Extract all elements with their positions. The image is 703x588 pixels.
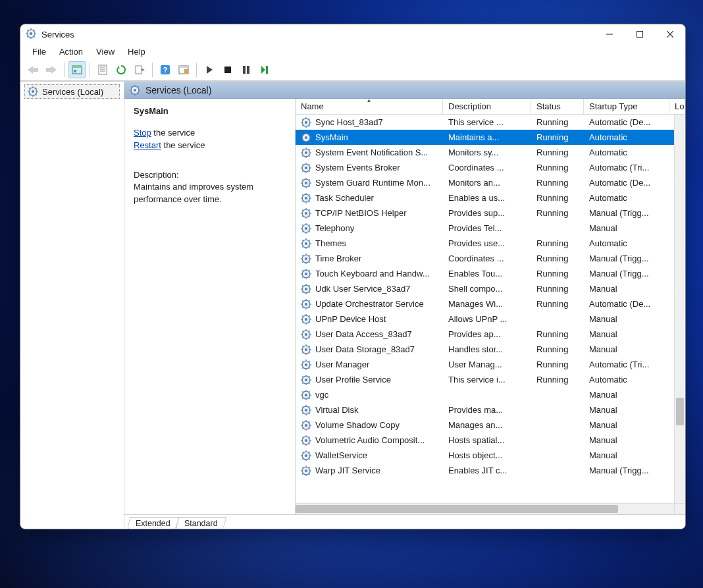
properties-button[interactable]: [94, 61, 111, 78]
service-row[interactable]: Volume Shadow CopyManages an...ManualLoc: [296, 417, 685, 433]
tab-extended[interactable]: Extended: [127, 517, 180, 529]
service-row[interactable]: Udk User Service_83ad7Shell compo...Runn…: [296, 281, 685, 296]
service-startup-cell: Automatic: [584, 375, 669, 385]
service-desc-cell: Coordinates ...: [443, 163, 531, 173]
vertical-scrollbar[interactable]: [674, 115, 685, 503]
col-description[interactable]: Description: [443, 99, 531, 114]
start-service-button[interactable]: [201, 61, 218, 78]
tab-standard[interactable]: Standard: [175, 517, 226, 529]
pause-service-button[interactable]: [238, 61, 255, 78]
service-row[interactable]: SysMainMaintains a...RunningAutomaticLoc: [296, 130, 685, 145]
service-row[interactable]: UPnP Device HostAllows UPnP ...ManualLoc: [296, 311, 685, 327]
svg-marker-35: [261, 66, 265, 74]
service-row[interactable]: Task SchedulerEnables a us...RunningAuto…: [296, 190, 685, 205]
service-desc-cell: Hosts object...: [443, 450, 531, 460]
help-toolbar-button[interactable]: ?: [157, 61, 174, 78]
restart-service-text: the service: [161, 140, 205, 150]
service-row[interactable]: vgcManualLoc: [296, 387, 685, 402]
tree-root-item[interactable]: Services (Local): [24, 84, 120, 99]
service-row[interactable]: Sync Host_83ad7This service ...RunningAu…: [296, 115, 685, 130]
service-startup-cell: Manual (Trigg...: [584, 208, 669, 218]
service-status-cell: Running: [531, 329, 584, 339]
service-startup-cell: Manual (Trigg...: [584, 466, 669, 475]
restart-service-link[interactable]: Restart: [134, 140, 161, 150]
maximize-icon: [637, 31, 643, 38]
service-startup-cell: Automatic: [584, 238, 669, 248]
svg-rect-36: [266, 66, 268, 74]
service-desc-cell: Provides use...: [443, 238, 531, 248]
service-status-cell: Running: [531, 299, 584, 309]
menu-file[interactable]: File: [27, 45, 51, 58]
client-area: Services (Local) Services (Local) SysMai…: [20, 81, 685, 529]
window-title: Services: [41, 30, 74, 40]
service-row[interactable]: User Data Access_83ad7Provides ap...Runn…: [296, 327, 685, 342]
service-desc-cell: Enables Tou...: [443, 269, 531, 279]
service-startup-cell: Manual: [584, 390, 669, 400]
menu-help[interactable]: Help: [122, 45, 151, 58]
stop-service-button[interactable]: [219, 61, 236, 78]
service-row[interactable]: Warp JIT ServiceEnables JIT c...Manual (…: [296, 463, 685, 478]
service-list: Name▲ Description Status Startup Type Lo…: [296, 99, 685, 514]
service-startup-cell: Automatic (De...: [584, 178, 669, 188]
service-name-cell: Time Broker: [315, 254, 361, 263]
gear-icon: [301, 360, 311, 370]
menu-action[interactable]: Action: [54, 45, 88, 58]
restart-icon: [260, 65, 269, 74]
col-startup[interactable]: Startup Type: [584, 99, 669, 114]
service-status-cell: Running: [531, 254, 584, 263]
description-label: Description:: [134, 169, 286, 182]
service-row[interactable]: User Data Storage_83ad7Handles stor...Ru…: [296, 342, 685, 357]
close-button[interactable]: [655, 24, 685, 44]
service-row[interactable]: Touch Keyboard and Handw...Enables Tou..…: [296, 266, 685, 281]
forward-button[interactable]: [43, 61, 60, 78]
refresh-button[interactable]: [113, 61, 130, 78]
service-row[interactable]: ThemesProvides use...RunningAutomaticLoc: [296, 236, 685, 251]
service-status-cell: Running: [531, 344, 584, 354]
service-row[interactable]: User Profile ServiceThis service i...Run…: [296, 372, 685, 387]
gear-icon: [301, 314, 311, 325]
show-hide-action-button[interactable]: [175, 61, 192, 78]
service-rows[interactable]: Sync Host_83ad7This service ...RunningAu…: [296, 115, 685, 514]
stop-service-link[interactable]: Stop: [134, 128, 151, 138]
service-desc-cell: Provides Tel...: [443, 223, 531, 233]
service-name-cell: WalletService: [315, 450, 367, 460]
service-status-cell: Running: [531, 117, 584, 127]
service-name-cell: Virtual Disk: [315, 405, 359, 415]
maximize-button[interactable]: [625, 24, 655, 44]
horizontal-scrollbar[interactable]: [296, 503, 674, 514]
service-row[interactable]: Time BrokerCoordinates ...RunningManual …: [296, 251, 685, 266]
description-text: Maintains and improves system performanc…: [134, 181, 286, 206]
svg-rect-32: [224, 67, 231, 73]
service-row[interactable]: TCP/IP NetBIOS HelperProvides sup...Runn…: [296, 205, 685, 221]
service-startup-cell: Manual: [584, 405, 669, 415]
col-name[interactable]: Name▲: [296, 99, 443, 114]
menu-view[interactable]: View: [91, 45, 120, 58]
vertical-scroll-thumb[interactable]: [676, 398, 684, 425]
back-button[interactable]: [24, 61, 41, 78]
export-button[interactable]: [131, 61, 148, 78]
service-row[interactable]: Update Orchestrator ServiceManages Wi...…: [296, 296, 685, 311]
service-desc-cell: Allows UPnP ...: [443, 314, 531, 324]
service-name-cell: vgc: [315, 390, 328, 400]
pane-header: Services (Local): [124, 82, 685, 99]
service-row[interactable]: User ManagerUser Manag...RunningAutomati…: [296, 357, 685, 372]
service-desc-cell: Provides ap...: [443, 329, 531, 339]
col-logon[interactable]: Log: [669, 99, 685, 114]
service-row[interactable]: System Events BrokerCoordinates ...Runni…: [296, 160, 685, 175]
svg-rect-11: [637, 32, 643, 38]
service-row[interactable]: System Event Notification S...Monitors s…: [296, 145, 685, 160]
service-name-cell: Sync Host_83ad7: [315, 117, 383, 127]
service-row[interactable]: Virtual DiskProvides ma...ManualLoc: [296, 402, 685, 417]
col-status[interactable]: Status: [531, 99, 584, 114]
service-row[interactable]: Volumetric Audio Composit...Hosts spatia…: [296, 433, 685, 448]
restart-service-button[interactable]: [256, 61, 273, 78]
service-row[interactable]: System Guard Runtime Mon...Monitors an..…: [296, 175, 685, 190]
service-row[interactable]: WalletServiceHosts object...ManualLoc: [296, 448, 685, 463]
show-hide-tree-button[interactable]: [68, 61, 86, 78]
service-name-cell: Task Scheduler: [315, 193, 374, 203]
arrow-right-icon: [46, 65, 57, 74]
service-startup-cell: Manual: [584, 223, 669, 233]
minimize-button[interactable]: [594, 24, 625, 44]
service-row[interactable]: TelephonyProvides Tel...ManualNet: [296, 221, 685, 236]
horizontal-scroll-thumb[interactable]: [296, 505, 618, 513]
